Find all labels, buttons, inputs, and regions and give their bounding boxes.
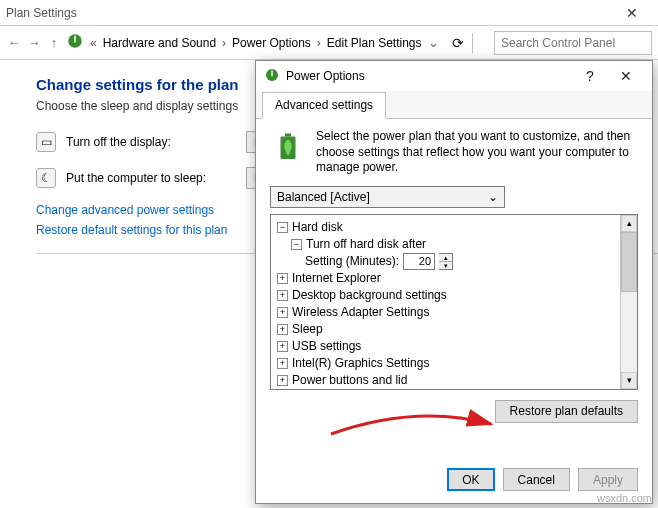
setting-minutes-label: Setting (Minutes):: [305, 254, 399, 268]
crumb-arrow-icon: «: [88, 36, 99, 50]
plan-select-dropdown[interactable]: Balanced [Active] ⌄: [270, 186, 505, 208]
node-turn-off-hdd[interactable]: Turn off hard disk after: [306, 237, 426, 251]
expander-plus-icon[interactable]: +: [277, 307, 288, 318]
node-intel-graphics[interactable]: Intel(R) Graphics Settings: [292, 356, 429, 370]
dialog-button-row: OK Cancel Apply: [256, 458, 652, 503]
nav-back-button[interactable]: ←: [6, 35, 22, 50]
scroll-thumb[interactable]: [621, 232, 637, 292]
node-usb[interactable]: USB settings: [292, 339, 361, 353]
nav-toolbar: ← → ↑ « Hardware and Sound › Power Optio…: [0, 26, 658, 60]
display-label: Turn off the display:: [66, 135, 236, 149]
expander-plus-icon[interactable]: +: [277, 358, 288, 369]
dialog-close-button[interactable]: ✕: [608, 68, 644, 84]
expander-plus-icon[interactable]: +: [277, 273, 288, 284]
nav-up-button[interactable]: ↑: [46, 35, 62, 50]
expander-minus-icon[interactable]: −: [291, 239, 302, 250]
dialog-titlebar: Power Options ? ✕: [256, 61, 652, 91]
search-input[interactable]: [494, 31, 652, 55]
dialog-help-button[interactable]: ?: [572, 68, 608, 84]
svg-rect-3: [271, 70, 272, 76]
window-titlebar: Plan Settings ✕: [0, 0, 658, 26]
power-icon: [264, 67, 280, 86]
window-close-button[interactable]: ✕: [612, 5, 652, 21]
chevron-down-icon: ⌄: [488, 190, 498, 204]
window-title: Plan Settings: [6, 6, 77, 20]
nav-forward-button[interactable]: →: [26, 35, 42, 50]
crumb-power[interactable]: Power Options: [232, 36, 311, 50]
expander-plus-icon[interactable]: +: [277, 290, 288, 301]
apply-button[interactable]: Apply: [578, 468, 638, 491]
tree-scrollbar[interactable]: ▴ ▾: [620, 215, 637, 389]
minutes-spinner[interactable]: ▴▾: [439, 253, 453, 270]
ok-button[interactable]: OK: [447, 468, 494, 491]
tab-advanced-settings[interactable]: Advanced settings: [262, 92, 386, 119]
node-desktop-bg[interactable]: Desktop background settings: [292, 288, 447, 302]
sleep-moon-icon: ☾: [36, 168, 56, 188]
watermark: wsxdn.com: [597, 492, 652, 504]
node-power-buttons[interactable]: Power buttons and lid: [292, 373, 407, 387]
refresh-button[interactable]: ⟳: [452, 35, 464, 51]
battery-leaf-icon: [270, 129, 306, 176]
crumb-arrow-icon: ›: [220, 36, 228, 50]
crumb-hardware[interactable]: Hardware and Sound: [103, 36, 216, 50]
node-hard-disk[interactable]: Hard disk: [292, 220, 343, 234]
intro-text: Select the power plan that you want to c…: [316, 129, 638, 176]
restore-plan-defaults-button[interactable]: Restore plan defaults: [495, 400, 638, 423]
crumb-arrow-icon: ›: [315, 36, 323, 50]
scroll-down-button[interactable]: ▾: [621, 372, 637, 389]
dialog-body: Select the power plan that you want to c…: [256, 119, 652, 458]
dialog-title: Power Options: [286, 69, 572, 83]
cancel-button[interactable]: Cancel: [503, 468, 570, 491]
setting-minutes-input[interactable]: [403, 253, 435, 270]
expander-plus-icon[interactable]: +: [277, 341, 288, 352]
svg-rect-5: [285, 134, 291, 137]
power-plan-icon: [66, 32, 84, 53]
expander-plus-icon[interactable]: +: [277, 324, 288, 335]
crumb-dropdown-button[interactable]: ⌄: [426, 35, 442, 50]
nav-divider: [472, 33, 473, 53]
node-wireless[interactable]: Wireless Adapter Settings: [292, 305, 429, 319]
settings-tree-panel: −Hard disk −Turn off hard disk after Set…: [270, 214, 638, 390]
display-icon: ▭: [36, 132, 56, 152]
expander-minus-icon[interactable]: −: [277, 222, 288, 233]
crumb-edit-plan[interactable]: Edit Plan Settings: [327, 36, 422, 50]
sleep-label: Put the computer to sleep:: [66, 171, 236, 185]
power-options-dialog: Power Options ? ✕ Advanced settings Sele…: [255, 60, 653, 504]
scroll-up-button[interactable]: ▴: [621, 215, 637, 232]
svg-rect-1: [74, 36, 76, 43]
node-sleep[interactable]: Sleep: [292, 322, 323, 336]
scroll-track[interactable]: [621, 292, 637, 372]
tab-bar: Advanced settings: [256, 91, 652, 119]
node-internet-explorer[interactable]: Internet Explorer: [292, 271, 381, 285]
plan-selected-label: Balanced [Active]: [277, 190, 370, 204]
settings-tree[interactable]: −Hard disk −Turn off hard disk after Set…: [271, 215, 620, 389]
intro-block: Select the power plan that you want to c…: [270, 129, 638, 176]
expander-plus-icon[interactable]: +: [277, 375, 288, 386]
